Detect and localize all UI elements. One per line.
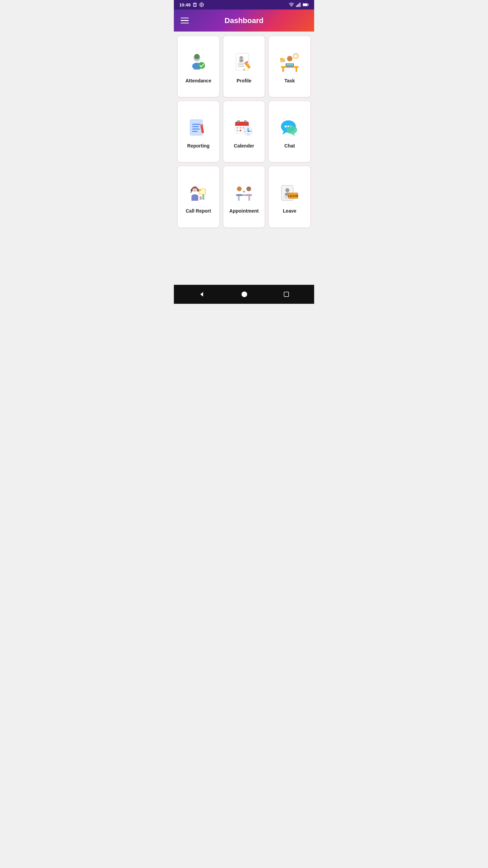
- profile-card[interactable]: Profile: [223, 36, 265, 97]
- vpn-icon: [199, 2, 204, 7]
- attendance-label: Attendance: [185, 78, 211, 83]
- reporting-icon: [186, 116, 210, 140]
- attendance-icon: [186, 51, 210, 75]
- app-bar: Dashboard: [174, 9, 314, 32]
- svg-point-66: [245, 131, 245, 132]
- svg-rect-23: [238, 66, 245, 67]
- svg-point-64: [248, 128, 248, 129]
- dashboard-grid: Attendance Profile: [174, 32, 314, 232]
- svg-point-65: [248, 134, 248, 135]
- call-report-card[interactable]: Call Report: [177, 166, 220, 228]
- svg-point-87: [246, 186, 251, 191]
- empty-space: [174, 232, 314, 285]
- svg-rect-57: [237, 130, 238, 131]
- svg-rect-38: [280, 58, 283, 59]
- hamburger-menu-button[interactable]: [181, 18, 189, 24]
- status-left: 10:49: [179, 2, 204, 7]
- svg-point-30: [287, 56, 292, 61]
- call-report-label: Call Report: [186, 208, 211, 214]
- svg-rect-22: [238, 64, 244, 65]
- call-report-icon: [186, 181, 210, 205]
- svg-rect-58: [240, 130, 241, 131]
- svg-point-100: [242, 292, 247, 297]
- svg-rect-5: [297, 4, 298, 7]
- back-button[interactable]: [193, 289, 211, 300]
- signal-icon: [296, 2, 301, 7]
- wifi-icon: [289, 2, 294, 7]
- svg-rect-79: [200, 196, 202, 200]
- svg-point-85: [237, 186, 242, 191]
- chat-card[interactable]: Chat: [268, 101, 311, 162]
- profile-icon: [232, 51, 256, 75]
- svg-rect-44: [192, 131, 198, 132]
- svg-rect-29: [296, 68, 297, 72]
- svg-rect-4: [296, 5, 297, 7]
- calender-label: Calender: [234, 143, 254, 149]
- attendance-card[interactable]: Attendance: [177, 36, 220, 97]
- home-icon: [241, 291, 248, 298]
- leave-label: Leave: [283, 208, 297, 214]
- svg-point-20: [239, 59, 243, 62]
- leave-card[interactable]: LEAVE Leave: [268, 166, 311, 228]
- chat-icon: [278, 116, 302, 140]
- svg-text:LEAVE: LEAVE: [288, 194, 298, 198]
- svg-point-73: [286, 126, 297, 134]
- svg-rect-53: [237, 127, 238, 129]
- leave-icon: LEAVE: [278, 181, 302, 205]
- recent-apps-icon: [283, 291, 289, 297]
- svg-point-75: [192, 186, 198, 192]
- svg-rect-28: [282, 68, 284, 72]
- task-label: Task: [284, 78, 295, 83]
- svg-point-19: [240, 56, 243, 59]
- svg-rect-54: [240, 127, 241, 129]
- svg-point-91: [285, 188, 289, 192]
- svg-rect-7: [300, 3, 300, 7]
- svg-rect-84: [248, 196, 250, 201]
- svg-rect-83: [238, 196, 240, 201]
- svg-rect-10: [308, 4, 308, 5]
- svg-rect-42: [192, 126, 199, 127]
- svg-marker-99: [200, 292, 203, 296]
- back-icon: [199, 291, 205, 298]
- svg-rect-50: [235, 124, 249, 126]
- recent-apps-button[interactable]: [278, 289, 295, 299]
- svg-marker-89: [243, 191, 245, 193]
- appointment-card[interactable]: Appointment: [223, 166, 265, 228]
- svg-rect-86: [236, 194, 242, 196]
- svg-rect-1: [194, 4, 196, 6]
- svg-point-3: [291, 6, 292, 7]
- appointment-icon: [232, 181, 256, 205]
- profile-label: Profile: [237, 78, 251, 83]
- calender-icon: [232, 116, 256, 140]
- svg-rect-43: [192, 129, 200, 130]
- task-icon: [278, 51, 302, 75]
- svg-rect-33: [286, 64, 293, 66]
- calender-card[interactable]: Calender: [223, 101, 265, 162]
- reporting-card[interactable]: Reporting: [177, 101, 220, 162]
- svg-rect-77: [197, 189, 199, 192]
- task-card[interactable]: Task: [268, 36, 311, 97]
- svg-rect-55: [243, 127, 244, 129]
- app-bar-title: Dashboard: [225, 16, 264, 25]
- chat-label: Chat: [284, 143, 295, 149]
- svg-rect-6: [299, 4, 299, 7]
- svg-rect-9: [303, 4, 307, 6]
- reporting-label: Reporting: [187, 143, 209, 149]
- battery-icon: [303, 2, 309, 7]
- status-right: [289, 2, 309, 7]
- home-button[interactable]: [236, 289, 253, 300]
- svg-point-14: [194, 54, 200, 59]
- svg-rect-88: [246, 194, 252, 196]
- bottom-nav-bar: [174, 285, 314, 304]
- status-bar: 10:49: [174, 0, 314, 9]
- svg-point-70: [285, 125, 287, 127]
- svg-rect-101: [284, 292, 289, 297]
- svg-rect-80: [202, 194, 204, 200]
- svg-point-15: [198, 62, 205, 69]
- svg-point-67: [251, 131, 251, 132]
- sim-card-icon: [192, 2, 197, 7]
- appointment-label: Appointment: [229, 208, 259, 214]
- svg-rect-41: [192, 124, 200, 125]
- time-display: 10:49: [179, 2, 190, 7]
